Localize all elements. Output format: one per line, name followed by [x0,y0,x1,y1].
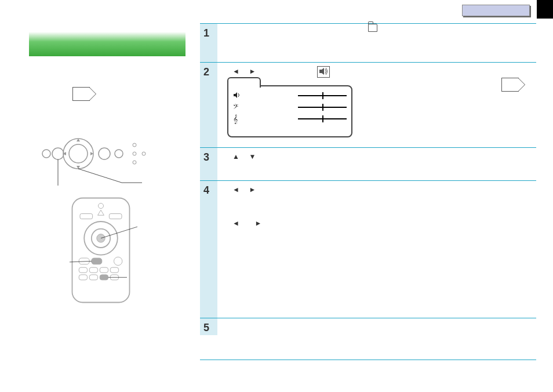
step-number: 1 [203,27,209,39]
treble-clef-icon: 𝄞 [233,114,242,124]
svg-point-10 [133,143,136,147]
svg-rect-31 [110,267,118,273]
bass-clef-icon: 𝄢 [233,103,242,112]
step-1: 1 [200,23,536,62]
svg-marker-19 [98,210,104,215]
bass-slider [298,107,347,108]
treble-slider [298,118,347,119]
pentagon-icon [72,87,90,101]
svg-line-15 [78,169,122,183]
right-arrow-icon: ► [249,186,256,194]
remote-control-illustration [70,191,137,314]
svg-point-8 [99,148,110,159]
step-4: 4 ◄ ► ◄ ► [200,180,536,318]
svg-rect-28 [79,267,87,273]
volume-slider [298,95,347,96]
osd-row-treble: 𝄞 Treble [233,113,347,125]
right-arrow-icon: ► [255,219,262,227]
step-number: 2 [203,66,209,78]
svg-rect-32 [79,275,87,280]
svg-point-1 [52,148,64,159]
folder-icon [368,24,377,32]
header-corner [537,0,553,19]
volume-icon [233,91,242,100]
osd-row-bass: 𝄢 Bass [233,101,347,113]
step-number: 4 [203,184,209,197]
svg-marker-40 [234,92,237,98]
osd-tab [227,77,261,88]
main-instructions: 1 2 ◄ ► 3 ▲ ▼ 4 [200,23,536,360]
step-number: 5 [203,322,209,334]
svg-rect-34 [100,275,108,280]
svg-point-0 [42,150,50,158]
svg-point-3 [69,144,88,163]
up-arrow-icon: ▲ [232,153,239,161]
svg-point-11 [133,152,136,155]
svg-point-12 [133,161,136,164]
step-number: 3 [203,151,209,164]
projector-panel-illustration [35,133,168,186]
speaker-icon [317,66,330,78]
pentagon-icon [501,78,519,92]
down-arrow-icon: ▼ [249,153,256,161]
osd-body: Volume 𝄢 Bass 𝄞 Treble [227,85,352,137]
svg-rect-33 [89,275,97,280]
svg-point-18 [99,204,104,209]
step-5: 5 [200,318,536,360]
svg-point-27 [114,257,122,265]
svg-rect-26 [92,258,102,264]
svg-line-36 [101,227,137,238]
svg-rect-21 [109,214,122,219]
left-arrow-icon: ◄ [232,186,239,194]
svg-marker-39 [319,68,324,75]
left-column [29,32,185,56]
header-badge [462,5,530,16]
right-arrow-icon: ► [249,67,256,75]
left-arrow-icon: ◄ [232,219,239,227]
svg-point-9 [115,150,123,158]
svg-rect-20 [80,214,93,219]
step-3: 3 ▲ ▼ [200,147,536,180]
osd-audio-menu: Volume 𝄢 Bass 𝄞 Treble [226,84,354,133]
svg-point-2 [63,139,93,169]
osd-row-volume: Volume [233,90,347,101]
projector-panel-label [72,87,177,101]
section-title-banner [29,32,185,56]
svg-rect-29 [89,267,97,273]
svg-point-13 [142,152,145,155]
svg-rect-30 [100,267,108,273]
svg-line-37 [70,261,92,263]
left-arrow-icon: ◄ [232,67,239,75]
